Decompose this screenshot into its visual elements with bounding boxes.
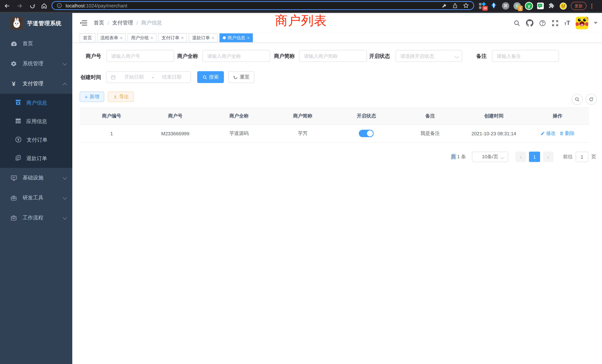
grid-icon [15,118,22,126]
col-status: 开启状态 [334,108,398,124]
col-full-name: 商户全称 [207,108,271,124]
date-end-placeholder: 结束日期 [157,74,187,80]
header-search-icon[interactable] [513,20,520,26]
col-merchant-id: 商户编号 [80,108,143,124]
tab-refund-order[interactable]: 退款订单× [189,33,218,42]
bookmark-star-icon[interactable] [463,3,469,9]
extension-y-icon[interactable]: y [525,2,533,10]
edit-link[interactable]: 修改 [540,130,556,137]
short-name-input[interactable] [299,50,367,62]
browser-update-button[interactable]: 更新 [571,2,586,10]
help-icon[interactable] [539,20,546,26]
col-remark: 备注 [398,108,462,124]
sidebar-toggle-icon[interactable] [80,19,87,27]
reset-button[interactable]: 重置 [228,71,254,83]
user-avatar[interactable] [576,17,588,29]
browser-home-icon[interactable] [40,2,48,10]
status-select-input[interactable] [396,50,462,62]
tags-view-bar: 首页 流程表单× 用户分组× 支付订单× 退款订单× 商户信息× [72,33,602,43]
pay-order-icon [15,136,22,144]
sidebar-item-dev-tools[interactable]: 研发工具 [0,188,72,208]
prev-page-button[interactable]: ‹ [516,152,526,162]
sidebar-item-workflow[interactable]: 工作流程 [0,208,72,228]
page-number-1[interactable]: 1 [529,152,540,162]
close-icon[interactable]: × [151,36,153,40]
tab-home[interactable]: 首页 [80,33,95,42]
close-icon[interactable]: × [181,36,184,40]
page-size-select[interactable]: 10条/页 [472,152,508,162]
sidebar-item-payment[interactable]: ¥ 支付管理 [0,74,72,94]
pagination-total: 共 1 条 [451,153,466,160]
extensions-puzzle-icon[interactable] [548,2,555,10]
cell-status [334,125,398,142]
chevron-up-icon [63,83,67,87]
password-key-icon[interactable] [441,3,447,8]
sidebar-item-merchant-info[interactable]: 商户信息 [0,94,72,112]
next-page-button[interactable]: › [543,152,553,162]
table-row: 1 M233666999 芋道源码 芋艿 我是备注 2021-10-23 08:… [80,125,589,143]
url-bar[interactable]: localhost:1024/pay/merchant [52,1,474,10]
tab-merchant-info[interactable]: 商户信息× [219,33,253,42]
add-button[interactable]: + 新增 [80,92,104,102]
tab-pay-order[interactable]: 支付订单× [158,33,187,42]
close-icon[interactable]: × [212,36,214,40]
avatar-dropdown-caret[interactable] [594,22,598,24]
breadcrumb-home[interactable]: 首页 [94,20,104,26]
browser-reload-icon[interactable] [29,2,36,10]
sidebar-item-home[interactable]: 首页 [0,34,72,54]
browser-menu-icon[interactable] [591,3,592,8]
sidebar-item-refund-order[interactable]: 退款订单 [0,149,72,168]
merchant-table: 商户编号 商户号 商户全称 商户简称 开启状态 备注 创建时间 操作 1 M23… [80,107,589,143]
close-icon[interactable]: × [120,36,122,40]
merchant-no-input[interactable] [106,50,174,62]
font-size-icon[interactable]: TT [564,20,570,26]
sidebar-item-app-info[interactable]: 应用信息 [0,112,72,131]
refund-icon [15,155,22,163]
fullscreen-icon[interactable] [552,20,559,26]
remark-input[interactable] [492,50,559,62]
pagination: 共 1 条 10条/页 ‹ 1 › 前往 页 [451,152,596,162]
delete-link[interactable]: 删除 [559,130,575,137]
search-button[interactable]: 搜索 [197,71,224,83]
sidebar-logo[interactable]: 芋道管理系统 [0,13,72,34]
col-short-name: 商户简称 [271,108,334,124]
extension-recorder-icon[interactable]: 1 [513,2,521,10]
merchant-no-label: 商户号 [77,50,101,62]
cell-short-name: 芋艿 [271,125,334,142]
goto-page-input[interactable] [576,152,588,162]
extension-gem-icon[interactable] [490,2,498,10]
sidebar-item-infrastructure[interactable]: 基础设施 [0,168,72,188]
sidebar-item-pay-order[interactable]: 支付订单 [0,131,72,149]
share-icon[interactable] [452,3,458,8]
col-merchant-no: 商户号 [143,108,207,124]
sidebar-item-system[interactable]: 系统管理 [0,54,72,74]
active-tab-dot [223,36,226,39]
extension-chat-icon[interactable] [537,3,544,9]
extension-command-icon[interactable]: ⌘ [502,2,509,10]
full-name-input[interactable] [202,50,270,62]
dashboard-icon [10,40,17,47]
toolbox-icon [10,195,17,201]
status-select[interactable] [396,50,462,62]
status-toggle[interactable] [359,130,374,137]
tab-process-form[interactable]: 流程表单× [97,33,126,42]
tab-user-group[interactable]: 用户分组× [128,33,156,42]
navbar-actions: TT [513,13,598,33]
export-button[interactable]: 导出 [108,92,134,102]
search-icon [202,75,207,79]
chevron-down-icon [63,195,67,200]
breadcrumb-payment[interactable]: 支付管理 [112,20,133,26]
plus-icon: + [85,94,88,99]
extension-grid-icon[interactable]: 10 [479,2,486,10]
create-time-range-picker[interactable]: 开始日期 - 结束日期 [106,71,191,83]
browser-back-icon[interactable] [3,2,11,10]
refresh-table-button[interactable] [586,94,597,105]
full-name-label: 商户全称 [175,50,198,62]
close-icon[interactable]: × [247,36,250,40]
profile-emoji-avatar[interactable] [559,2,567,10]
site-info-icon[interactable] [57,3,62,8]
cell-merchant-id: 1 [80,125,143,142]
github-icon[interactable] [526,19,533,27]
show-search-toggle-button[interactable] [572,94,583,105]
browser-forward-icon[interactable] [16,2,23,10]
